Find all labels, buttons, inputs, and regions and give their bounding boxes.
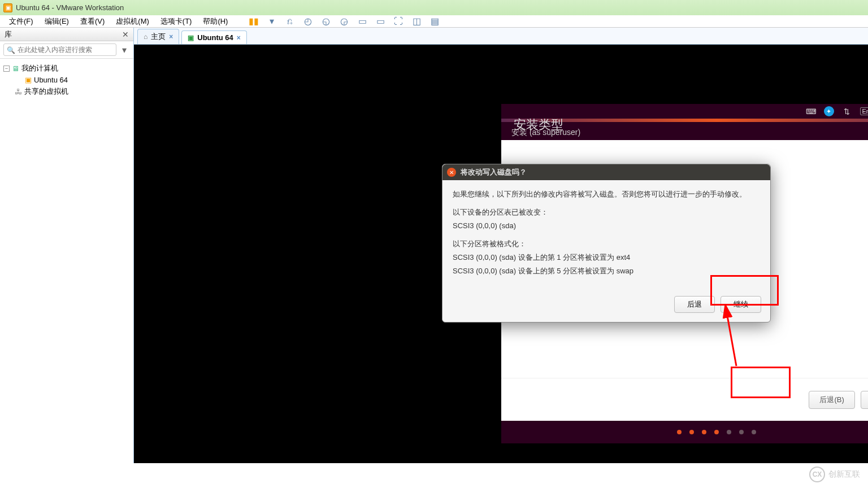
tree-label: Ubuntu 64 — [34, 76, 68, 84]
dialog-close-button[interactable]: ✕ — [447, 168, 456, 177]
fullscreen-icon: ⛶ — [388, 15, 409, 28]
tab-close-button[interactable]: × — [169, 33, 173, 41]
dialog-continue-button[interactable]: 继续 — [721, 296, 761, 313]
tree-label: 共享的虚拟机 — [24, 86, 68, 97]
dialog-titlebar[interactable]: ✕ 将改动写入磁盘吗？ — [442, 164, 770, 180]
shared-icon: 🖧 — [15, 88, 22, 96]
tab-close-button[interactable]: × — [237, 34, 241, 42]
menu-edit[interactable]: 编辑(E) — [39, 15, 75, 28]
dialog-body: 如果您继续，以下所列出的修改内容将被写入磁盘。否则您将可以进行进一步的手动修改。… — [442, 180, 770, 291]
progress-dots — [501, 421, 868, 443]
install-now-button[interactable]: 现在安装(I) — [861, 391, 868, 409]
library-header: 库 ✕ — [0, 28, 133, 41]
unity-icon: ◫ — [407, 15, 427, 28]
clock-icon: ◶ — [335, 15, 354, 28]
search-dropdown-button[interactable]: ▾ — [119, 45, 130, 55]
menu-help[interactable]: 帮助(H) — [197, 15, 233, 28]
library-tree: − 🖥 我的计算机 ▣ Ubuntu 64 🖧 共享的虚拟机 — [0, 59, 133, 101]
home-icon: ⌂ — [144, 33, 147, 41]
window-title: Ubuntu 64 - VMware Workstation — [16, 3, 124, 12]
tree-node-my-computer[interactable]: − 🖥 我的计算机 — [2, 62, 131, 75]
dialog-back-button[interactable]: 后退 — [674, 296, 715, 313]
dialog-text: SCSI3 (0,0,0) (sda) — [453, 220, 760, 232]
progress-dot — [677, 430, 682, 434]
dialog-text: SCSI3 (0,0,0) (sda) 设备上的第 5 分区将被设置为 swap — [453, 265, 760, 277]
pause-icon: ▮▮ — [243, 15, 264, 28]
watermark-icon: CX — [809, 467, 825, 482]
progress-dot — [752, 430, 756, 434]
progress-dot — [714, 430, 719, 434]
tab-strip: ⌂ 主页 × ▣ Ubuntu 64 × — [134, 28, 868, 45]
library-title: 库 — [5, 29, 12, 40]
clock-icon: ◵ — [316, 15, 336, 28]
menu-file[interactable]: 文件(F) — [3, 15, 39, 28]
library-search-row: 🔍 ▾ — [0, 41, 133, 59]
vm-icon: ▣ — [188, 34, 194, 42]
dialog-title: 将改动写入磁盘吗？ — [461, 167, 527, 177]
watermark: CX 创新互联 — [809, 467, 860, 482]
progress-dot — [689, 430, 694, 434]
chevron-down-icon: ▾ — [264, 15, 280, 28]
menu-bar: 文件(F) 编辑(E) 查看(V) 虚拟机(M) 选项卡(T) 帮助(H) ▮▮… — [0, 15, 868, 28]
progress-dot — [702, 430, 706, 434]
library-search-input[interactable] — [3, 43, 116, 56]
installer-footer: 后退(B) 现在安装(I) — [501, 378, 868, 421]
search-icon: 🔍 — [7, 46, 15, 54]
language-indicator[interactable]: En — [860, 107, 868, 115]
tree-label: 我的计算机 — [21, 63, 58, 73]
back-button[interactable]: 后退(B) — [809, 391, 854, 409]
accessibility-icon[interactable]: ✦ — [824, 106, 834, 116]
dialog-text: 以下设备的分区表已被改变： — [453, 206, 760, 219]
dialog-text: 以下分区将被格式化： — [453, 238, 760, 250]
thumbnail-icon: ▤ — [425, 15, 445, 28]
tab-label: 主页 — [151, 32, 166, 42]
dialog-text: SCSI3 (0,0,0) (sda) 设备上的第 1 分区将被设置为 ext4 — [453, 251, 760, 264]
menu-tabs[interactable]: 选项卡(T) — [155, 15, 198, 28]
installer-title: 安装类型 — [514, 116, 563, 133]
watermark-text: 创新互联 — [828, 469, 860, 480]
snapshot-icon: ⎌ — [281, 15, 298, 28]
keyboard-icon[interactable]: ⌨ — [806, 107, 816, 116]
menu-vm[interactable]: 虚拟机(M) — [110, 15, 155, 28]
collapse-icon[interactable]: − — [3, 66, 10, 72]
vm-icon: ▣ — [25, 76, 32, 84]
screen-icon: ▭ — [371, 15, 390, 28]
dialog-footer: 后退 继续 — [442, 291, 770, 322]
progress-dot — [739, 430, 744, 434]
tab-ubuntu64[interactable]: ▣ Ubuntu 64 × — [181, 30, 247, 44]
tree-node-shared[interactable]: 🖧 共享的虚拟机 — [2, 85, 131, 98]
menu-view[interactable]: 查看(V) — [75, 15, 110, 28]
dialog-text: 如果您继续，以下所列出的修改内容将被写入磁盘。否则您将可以进行进一步的手动修改。 — [453, 188, 760, 201]
tab-home[interactable]: ⌂ 主页 × — [137, 29, 179, 44]
clock-icon: ◴ — [298, 15, 318, 28]
tree-node-ubuntu64[interactable]: ▣ Ubuntu 64 — [2, 75, 131, 85]
network-icon[interactable]: ⇅ — [842, 107, 852, 116]
library-close-button[interactable]: ✕ — [122, 30, 129, 39]
screen-icon: ▭ — [353, 15, 372, 28]
tab-label: Ubuntu 64 — [197, 33, 233, 42]
confirm-write-dialog: ✕ 将改动写入磁盘吗？ 如果您继续，以下所列出的修改内容将被写入磁盘。否则您将可… — [442, 164, 771, 323]
app-icon: ▣ — [3, 3, 12, 12]
library-panel: 库 ✕ 🔍 ▾ − 🖥 我的计算机 ▣ Ubuntu 64 🖧 共享的虚拟机 — [0, 28, 134, 463]
computer-icon: 🖥 — [12, 64, 19, 73]
progress-dot — [727, 430, 731, 434]
